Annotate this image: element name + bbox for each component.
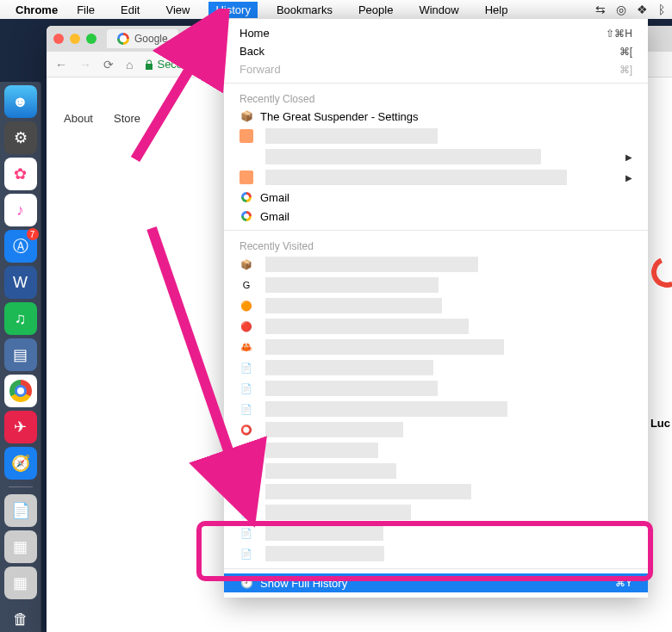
recently-closed-item[interactable]: ▶ [224,146,648,167]
dock-chrome-icon[interactable] [4,375,37,407]
partial-text: Luc [649,413,672,433]
store-link[interactable]: Store [114,112,140,125]
favicon-icon: 📄 [240,464,253,478]
creative-cloud-icon[interactable]: ◎ [616,3,626,16]
dock-snagit-icon[interactable]: ✈ [4,411,37,443]
app-name[interactable]: Chrome [16,3,58,16]
favicon-icon: 📄 [240,485,253,499]
dock-word-icon[interactable]: W [4,266,37,299]
google-favicon-icon [240,190,253,204]
favicon-icon: 🔴 [240,319,253,333]
favicon-icon: 📄 [240,381,253,395]
favicon-icon: 🦀 [240,340,253,354]
recently-visited-item[interactable]: 🦀 [224,337,648,357]
recently-visited-item[interactable]: 📄 [224,378,648,399]
recently-visited-item[interactable]: 📄 [224,502,648,523]
dock-stack-icon[interactable]: ▦ [4,530,37,563]
dock-settings-icon[interactable]: ⚙ [4,121,37,154]
menubar-status-area: ⇆ ◎ ❖ ᛒ [595,3,665,16]
dock-music-icon[interactable]: ♪ [4,194,37,226]
dock-photos-icon[interactable]: ✿ [4,158,37,190]
recently-visited-item[interactable]: 📄 [224,481,648,502]
favicon-icon: 📄 [240,505,253,519]
dock-safari-icon[interactable]: 🧭 [4,447,37,480]
show-full-history[interactable]: 🕘 Show Full History ⌘Y [224,573,648,592]
minimize-window-button[interactable] [70,34,80,44]
secure-indicator[interactable]: Secure [145,58,192,71]
menu-help[interactable]: Help [478,2,515,18]
recently-visited-item[interactable]: 📄 [224,440,648,461]
about-link[interactable]: About [64,112,93,125]
status-icon[interactable]: ⇆ [595,3,606,16]
dock-finder-icon[interactable]: ☻ [4,85,37,118]
menu-item-back[interactable]: Back ⌘[ [224,42,648,60]
dropbox-icon[interactable]: ❖ [637,3,648,16]
menu-view[interactable]: View [159,2,196,18]
menu-bookmarks[interactable]: Bookmarks [270,2,339,18]
recently-visited-item[interactable]: 📄 [224,523,648,543]
dock-spotify-icon[interactable]: ♫ [4,302,37,335]
favicon-icon: 📄 [240,526,253,540]
forward-button[interactable]: → [79,58,91,71]
window-controls [53,34,96,44]
recently-closed-item[interactable]: ▶ [224,167,648,188]
favicon-icon: 📄 [240,547,253,561]
recently-closed-item-gmail[interactable]: Gmail [224,207,648,226]
recently-visited-item[interactable]: 🟠 [224,295,648,316]
google-favicon-icon [117,33,129,45]
menu-edit[interactable]: Edit [114,2,146,18]
recently-visited-item[interactable]: 🔴 [224,316,648,337]
favicon-icon: 📄 [240,361,253,375]
browser-tab[interactable]: Google [107,29,178,48]
favicon-icon: ⭕ [240,423,253,437]
dock-doc-icon[interactable]: 📄 [4,494,37,527]
home-button[interactable]: ⌂ [126,58,133,71]
macos-menubar: Chrome File Edit View History Bookmarks … [0,0,672,19]
submenu-arrow-icon: ▶ [625,152,632,162]
back-button[interactable]: ← [55,58,67,71]
recently-visited-item[interactable]: 📄 [224,543,648,564]
dock-app-icon[interactable]: ▤ [4,338,37,371]
recently-visited-item[interactable]: 📄 [224,399,648,419]
menu-file[interactable]: File [70,2,102,18]
dock-appstore-icon[interactable]: Ⓐ [4,230,37,263]
macos-dock: ☻ ⚙ ✿ ♪ Ⓐ W ♫ ▤ ✈ 🧭 📄 ▦ ▦ 🗑 [0,82,41,632]
recently-visited-item[interactable]: G [224,275,648,295]
recently-closed-item[interactable] [224,126,648,146]
menu-window[interactable]: Window [412,2,465,18]
close-window-button[interactable] [53,34,64,44]
history-clock-icon: 🕘 [240,576,253,590]
dock-trash-icon[interactable]: 🗑 [4,603,37,632]
favicon-icon: 📄 [240,402,253,416]
submenu-arrow-icon: ▶ [625,173,632,183]
recently-closed-item-gmail[interactable]: Gmail [224,188,648,207]
recently-closed-item[interactable]: 📦 The Great Suspender - Settings [224,107,648,126]
recently-visited-item[interactable]: 📄 [224,461,648,481]
history-menu-dropdown: Home ⇧⌘H Back ⌘[ Forward ⌘] Recently Clo… [224,19,648,598]
recently-visited-header: Recently Visited [224,235,648,254]
favicon-icon: 📄 [240,443,253,457]
menu-item-forward: Forward ⌘] [224,60,648,78]
favicon-icon [240,129,253,143]
dock-stack2-icon[interactable]: ▦ [4,567,37,599]
favicon-icon: 📦 [240,257,253,271]
suspender-icon: 📦 [240,109,253,123]
menu-item-home[interactable]: Home ⇧⌘H [224,24,648,42]
menu-history[interactable]: History [208,2,257,18]
lock-icon [145,59,153,70]
recently-closed-header: Recently Closed [224,88,648,107]
bluetooth-icon[interactable]: ᛒ [658,3,665,16]
recently-visited-item[interactable]: ⭕ [224,419,648,440]
reload-button[interactable]: ⟳ [103,58,114,71]
google-favicon-icon [240,209,253,223]
favicon-icon [240,170,253,184]
tab-title: Google [134,33,168,45]
recently-visited-item[interactable]: 📦 [224,254,648,275]
favicon-icon: G [240,278,253,292]
recently-visited-item[interactable]: 📄 [224,357,648,378]
menu-people[interactable]: People [352,2,400,18]
favicon-icon: 🟠 [240,299,253,313]
zoom-window-button[interactable] [86,34,96,44]
